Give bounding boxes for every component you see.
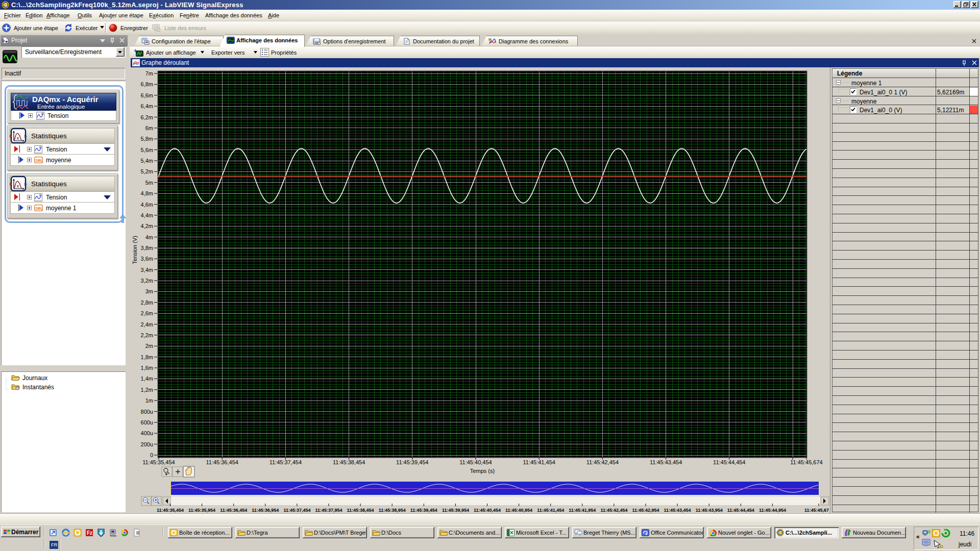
svg-text:3,2m: 3,2m (141, 278, 153, 284)
svg-text:4,2m: 4,2m (141, 223, 153, 229)
svg-text:1,2m: 1,2m (141, 387, 153, 393)
svg-text:5,4m: 5,4m (141, 158, 153, 164)
svg-text:11:45:43,954: 11:45:43,954 (696, 508, 723, 513)
svg-text:Fz: Fz (87, 530, 92, 536)
svg-text:3m: 3m (145, 288, 153, 294)
svg-text:11:45:43,454: 11:45:43,454 (664, 508, 691, 513)
svg-text:2,4m: 2,4m (141, 321, 153, 328)
svg-text:11:45:35,954: 11:45:35,954 (188, 508, 215, 513)
svg-text:11:45:35,454: 11:45:35,454 (142, 459, 175, 465)
svg-text:7m: 7m (145, 70, 153, 77)
svg-text:11:45:40,454: 11:45:40,454 (474, 508, 501, 513)
svg-text:11:45:36,454: 11:45:36,454 (220, 508, 247, 513)
svg-text:11:45:36,454: 11:45:36,454 (206, 459, 238, 465)
svg-text:11:45:40,454: 11:45:40,454 (459, 459, 492, 465)
svg-text:1,4m: 1,4m (141, 375, 153, 382)
svg-text:Tension (V): Tension (V) (132, 236, 138, 264)
svg-text:6m: 6m (145, 125, 153, 131)
svg-text:6,2m: 6,2m (141, 114, 153, 120)
svg-text:Temps (s): Temps (s) (470, 468, 495, 474)
svg-text:11:45:44,454: 11:45:44,454 (727, 508, 754, 513)
svg-text:DBL: DBL (36, 207, 43, 210)
svg-text:11:45:44,954: 11:45:44,954 (759, 508, 786, 513)
svg-text:R: R (39, 146, 42, 149)
svg-text:11:45:45,67: 11:45:45,67 (804, 508, 829, 513)
svg-text:11:45:42,454: 11:45:42,454 (600, 508, 627, 513)
svg-text:5,8m: 5,8m (141, 136, 153, 142)
svg-text:5,6m: 5,6m (141, 147, 153, 153)
svg-text:11:45:41,954: 11:45:41,954 (569, 508, 596, 513)
svg-text:600u: 600u (141, 419, 153, 425)
svg-text:3,8m: 3,8m (141, 245, 153, 251)
svg-text:11:45:41,454: 11:45:41,454 (537, 508, 564, 513)
svg-text:0: 0 (150, 452, 153, 458)
svg-text:6,8m: 6,8m (141, 81, 153, 87)
svg-text:11:45:37,954: 11:45:37,954 (315, 508, 342, 513)
svg-text:2,8m: 2,8m (141, 299, 153, 306)
svg-text:11:45:38,454: 11:45:38,454 (347, 508, 374, 513)
svg-text:2,6m: 2,6m (141, 310, 153, 316)
svg-text:11:45:39,454: 11:45:39,454 (410, 508, 437, 513)
svg-text:11:45:44,454: 11:45:44,454 (713, 459, 745, 465)
svg-text:3,6m: 3,6m (141, 256, 153, 262)
svg-text:2,2m: 2,2m (141, 332, 153, 338)
svg-text:1m: 1m (145, 397, 153, 404)
svg-text:11:45:39,954: 11:45:39,954 (442, 508, 469, 513)
svg-text:1,8m: 1,8m (141, 354, 153, 360)
svg-text:11:45:45,674: 11:45:45,674 (790, 459, 822, 465)
svg-text:4m: 4m (145, 234, 153, 240)
svg-text:11:45:42,454: 11:45:42,454 (586, 459, 619, 465)
svg-text:800u: 800u (141, 409, 153, 415)
svg-text:5m: 5m (145, 180, 153, 186)
svg-text:11:45:35,454: 11:45:35,454 (157, 508, 184, 513)
svg-text:R: R (41, 112, 44, 115)
svg-text:200u: 200u (141, 441, 153, 447)
svg-text:1,6m: 1,6m (141, 365, 153, 371)
svg-text:400u: 400u (141, 430, 153, 436)
svg-text:4,8m: 4,8m (141, 190, 153, 196)
svg-text:11:45:43,454: 11:45:43,454 (650, 459, 682, 465)
svg-text:6,4m: 6,4m (141, 103, 153, 109)
svg-text:4,4m: 4,4m (141, 212, 153, 218)
svg-text:3,4m: 3,4m (141, 267, 153, 273)
svg-text:11:45:38,454: 11:45:38,454 (333, 459, 365, 465)
svg-text:5,2m: 5,2m (141, 168, 153, 174)
svg-text:2m: 2m (145, 343, 153, 349)
svg-text:11:45:39,454: 11:45:39,454 (396, 459, 428, 465)
svg-text:11:45:37,454: 11:45:37,454 (270, 459, 302, 465)
svg-text:11:45:40,954: 11:45:40,954 (505, 508, 532, 513)
svg-text:R: R (39, 194, 42, 197)
svg-text:6,6m: 6,6m (141, 92, 153, 98)
svg-text:4,6m: 4,6m (141, 202, 153, 208)
svg-text:11:45:41,454: 11:45:41,454 (523, 459, 555, 465)
svg-text:DBL: DBL (36, 159, 43, 162)
svg-text:11:45:37,454: 11:45:37,454 (283, 508, 310, 513)
svg-text:11:45:38,954: 11:45:38,954 (379, 508, 406, 513)
svg-text:11:45:36,954: 11:45:36,954 (252, 508, 279, 513)
svg-text:11:45:42,954: 11:45:42,954 (632, 508, 659, 513)
